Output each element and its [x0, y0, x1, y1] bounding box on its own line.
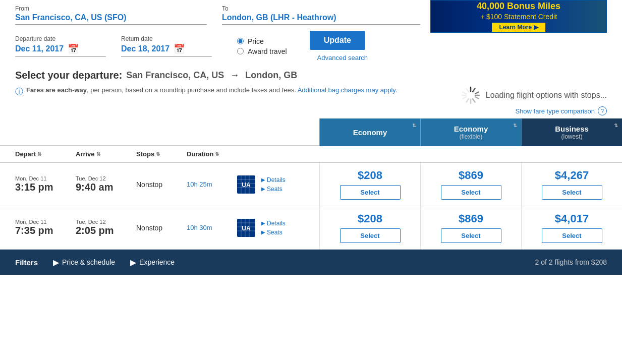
duration-info: 10h 25m — [187, 180, 237, 188]
economy-flex-fare-cell-0: $869 Select — [420, 163, 521, 206]
business-price-1: $4,017 — [555, 212, 589, 225]
svg-line-11 — [466, 89, 469, 92]
experience-label: Experience — [139, 258, 175, 266]
price-radio-label[interactable]: Price — [248, 37, 264, 45]
banner-bottom-text: + $100 Statement Credit — [480, 13, 557, 21]
svg-line-5 — [473, 99, 475, 102]
help-icon[interactable]: ? — [598, 106, 607, 115]
economy-price-1: $208 — [358, 212, 382, 225]
duration-info: 10h 30m — [187, 224, 237, 231]
economy-fare-cell-1: $208 Select — [319, 206, 420, 249]
economy-flexible-column-header: Economy (flexible) ⇅ — [420, 118, 521, 146]
business-price-0: $4,267 — [555, 169, 589, 182]
airline-logo-icon: UA — [237, 219, 255, 237]
fare-comparison-link[interactable]: Show fare type comparison — [515, 107, 595, 115]
table-row: Mon, Dec 11 3:15 pm Tue, Dec 12 9:40 am … — [0, 163, 622, 206]
svg-line-4 — [475, 97, 479, 99]
svg-line-10 — [463, 92, 466, 94]
award-radio[interactable] — [237, 48, 244, 54]
business-subtitle: (lowest) — [561, 133, 582, 140]
economy-flex-price-1: $869 — [459, 212, 483, 225]
loading-text: Loading flight options with stops... — [486, 91, 607, 100]
arrive-time: 2:05 pm — [76, 225, 136, 236]
seats-link[interactable]: Seats — [267, 229, 282, 236]
advanced-search-link[interactable]: Advanced search — [317, 54, 368, 62]
depart-time: 3:15 pm — [15, 181, 76, 193]
select-departure-title: Select your departure: — [15, 70, 122, 81]
from-city: San Francisco, CA, US — [126, 70, 224, 81]
to-city: London, GB — [245, 70, 297, 81]
depart-date: Mon, Dec 11 — [15, 175, 76, 181]
update-button[interactable]: Update — [310, 31, 365, 50]
economy-sort-icon[interactable]: ⇅ — [412, 123, 416, 128]
business-fare-cell-1: $4,017 Select — [521, 206, 622, 249]
economy-price-0: $208 — [358, 169, 382, 182]
stops-info: Nonstop — [136, 180, 187, 189]
details-link[interactable]: Details — [267, 176, 286, 184]
price-radio[interactable] — [237, 38, 244, 44]
seats-arrow-icon: ▶ — [261, 229, 265, 235]
stops-info: Nonstop — [136, 224, 187, 232]
from-label: From — [15, 5, 207, 12]
business-fare-cell-0: $4,267 Select — [521, 163, 622, 206]
economy-flex-title: Economy — [454, 125, 488, 133]
economy-flex-select-button-1[interactable]: Select — [441, 228, 501, 243]
economy-flex-select-button-0[interactable]: Select — [441, 185, 501, 200]
to-value: London, GB (LHR - Heathrow) — [222, 13, 420, 25]
filters-button[interactable]: Filters — [15, 258, 38, 267]
business-select-button-1[interactable]: Select — [542, 228, 602, 243]
svg-line-1 — [473, 89, 475, 92]
economy-flex-subtitle: (flexible) — [460, 133, 482, 140]
svg-line-7 — [466, 99, 469, 102]
return-date: Dec 18, 2017 — [121, 44, 169, 53]
banner-learn-more[interactable]: Learn More ▶ — [492, 23, 545, 32]
airline-logo-icon: UA — [237, 175, 255, 194]
departure-label: Departure date — [15, 35, 106, 42]
departure-calendar-icon[interactable]: 📅 — [68, 43, 79, 54]
economy-title: Economy — [353, 128, 387, 137]
banner-top-text: 40,000 Bonus Miles — [477, 1, 560, 12]
arrive-column-header[interactable]: Arrive⇅ — [76, 150, 136, 158]
price-schedule-label: Price & schedule — [62, 258, 115, 266]
business-title: Business — [555, 125, 589, 133]
economy-flex-sort-icon[interactable]: ⇅ — [513, 123, 517, 128]
table-row: Mon, Dec 11 7:35 pm Tue, Dec 12 2:05 pm … — [0, 206, 622, 250]
info-circle-icon: ⓘ — [15, 87, 23, 97]
return-label: Return date — [121, 35, 212, 42]
from-value: San Francisco, CA, US (SFO) — [15, 13, 207, 25]
business-select-button-0[interactable]: Select — [542, 185, 602, 200]
loading-spinner — [462, 86, 480, 104]
price-schedule-button[interactable]: ▶ Price & schedule — [53, 258, 115, 267]
route-arrow: → — [230, 70, 239, 81]
fare-info-text: , per person, based on a roundtrip purch… — [87, 86, 296, 94]
flights-summary: 2 of 2 flights from $208 — [535, 258, 607, 266]
arrive-time: 9:40 am — [76, 181, 136, 193]
fare-info-bold: Fares are each-way — [26, 86, 87, 94]
return-calendar-icon[interactable]: 📅 — [174, 43, 185, 54]
economy-select-button-0[interactable]: Select — [340, 185, 401, 200]
business-column-header: Business (lowest) ⇅ — [521, 118, 622, 146]
depart-date: Mon, Dec 11 — [15, 219, 76, 225]
stops-column-header[interactable]: Stops⇅ — [136, 150, 187, 158]
experience-button[interactable]: ▶ Experience — [130, 258, 175, 267]
svg-line-8 — [463, 97, 466, 99]
duration-column-header[interactable]: Duration⇅ — [187, 150, 247, 158]
depart-time: 7:35 pm — [15, 225, 76, 236]
seats-arrow-icon: ▶ — [261, 186, 265, 192]
award-radio-label[interactable]: Award travel — [248, 47, 287, 55]
depart-column-header[interactable]: Depart⇅ — [15, 150, 76, 158]
details-arrow-icon: ▶ — [261, 177, 265, 183]
economy-flex-fare-cell-1: $869 Select — [420, 206, 521, 249]
svg-text:UA: UA — [242, 181, 251, 189]
economy-flex-price-0: $869 — [459, 169, 483, 182]
svg-text:UA: UA — [242, 225, 251, 232]
bottom-bar: Filters ▶ Price & schedule ▶ Experience … — [0, 250, 622, 275]
seats-link[interactable]: Seats — [267, 186, 282, 193]
to-label: To — [222, 5, 420, 12]
details-arrow-icon: ▶ — [261, 220, 265, 226]
economy-select-button-1[interactable]: Select — [340, 228, 401, 243]
details-link[interactable]: Details — [267, 220, 286, 227]
bag-charges-link[interactable]: Additional bag charges may apply. — [298, 86, 398, 94]
departure-date: Dec 11, 2017 — [15, 44, 64, 53]
business-sort-icon[interactable]: ⇅ — [614, 123, 618, 128]
